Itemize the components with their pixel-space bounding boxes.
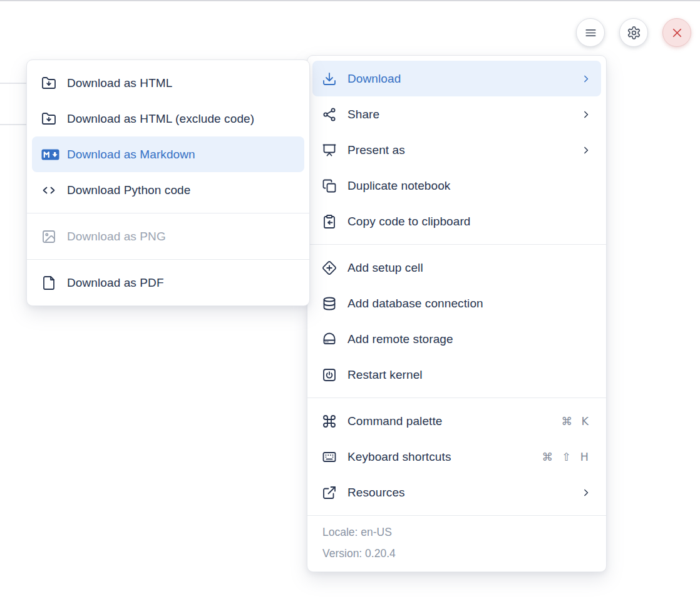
submenu-item-download-as-png: Download as PNG (32, 218, 304, 254)
floating-toolbar (576, 18, 691, 47)
shortcut-hint: ⌘ ⇧ H (542, 451, 589, 463)
page-underlay-line-1 (0, 83, 26, 84)
duplicate-icon (322, 178, 337, 193)
menu-section: Download as HTMLDownload as HTML (exclud… (27, 60, 309, 213)
chevron-right-icon (580, 73, 592, 85)
menu-section: DownloadSharePresent asDuplicate noteboo… (307, 56, 606, 244)
menu-item-label: Download as Markdown (67, 148, 296, 162)
menu-item-add-remote-storage[interactable]: Add remote storage (312, 321, 601, 357)
keyboard-icon (322, 449, 337, 465)
footer-info-0: Locale: en-US (322, 521, 591, 543)
menu-item-duplicate-notebook[interactable]: Duplicate notebook (312, 168, 601, 203)
download-icon (322, 71, 337, 86)
code-icon (41, 183, 56, 198)
submenu-item-download-as-html-exclude-code[interactable]: Download as HTML (exclude code) (32, 101, 304, 136)
menu-item-label: Add database connection (347, 297, 592, 311)
menu-item-label: Add remote storage (347, 332, 592, 346)
menu-section: Command palette⌘ KKeyboard shortcuts⌘ ⇧ … (307, 398, 606, 515)
close-button[interactable] (662, 18, 691, 47)
menu-item-add-setup-cell[interactable]: Add setup cell (312, 250, 601, 285)
hamburger-icon (584, 26, 598, 40)
menu-item-label: Download as PDF (67, 276, 296, 290)
shortcut-hint: ⌘ K (561, 415, 589, 428)
menu-item-label: Duplicate notebook (347, 179, 592, 193)
menu-item-label: Restart kernel (347, 368, 592, 382)
menu-item-label: Copy code to clipboard (347, 215, 592, 228)
menu-item-label: Keyboard shortcuts (347, 450, 542, 464)
share-icon (322, 107, 337, 122)
submenu-item-download-as-markdown[interactable]: Download as Markdown (32, 136, 304, 172)
menu-section: Download as PDF (27, 260, 309, 305)
file-icon (41, 275, 56, 290)
menu-item-command-palette[interactable]: Command palette⌘ K (312, 403, 601, 439)
menu-item-add-database-connection[interactable]: Add database connection (312, 285, 601, 321)
external-link-icon (322, 485, 337, 500)
power-icon (322, 367, 337, 382)
clipboard-arrow-icon (322, 214, 337, 229)
settings-button[interactable] (619, 18, 648, 47)
submenu-item-download-python-code[interactable]: Download Python code (32, 172, 304, 208)
folder-down-icon (41, 111, 56, 126)
menu-item-label: Download (347, 72, 580, 86)
notebook-actions-menu: DownloadSharePresent asDuplicate noteboo… (307, 55, 607, 572)
markdown-icon (41, 147, 59, 162)
hard-drive-icon (322, 332, 337, 347)
menu-item-restart-kernel[interactable]: Restart kernel (312, 357, 601, 393)
chevron-right-icon (580, 486, 592, 499)
menu-item-share[interactable]: Share (312, 96, 601, 132)
menu-item-label: Resources (347, 486, 580, 500)
database-icon (322, 296, 337, 311)
menu-item-label: Present as (347, 143, 580, 157)
chevron-right-icon (580, 108, 592, 121)
folder-down-icon (41, 76, 56, 91)
menu-item-label: Command palette (347, 414, 561, 428)
diamond-plus-icon (322, 260, 337, 275)
menu-item-label: Download as HTML (exclude code) (67, 112, 296, 126)
gear-icon (627, 26, 641, 40)
close-icon (670, 26, 684, 40)
menu-footer: Locale: en-USVersion: 0.20.4 (307, 515, 606, 572)
chevron-right-icon (580, 144, 592, 157)
menu-item-label: Add setup cell (347, 261, 592, 275)
image-icon (41, 229, 56, 244)
footer-info-1: Version: 0.20.4 (322, 543, 591, 564)
menu-section: Download as PNG (27, 213, 309, 259)
menu-item-label: Download as PNG (67, 230, 296, 244)
menu-item-resources[interactable]: Resources (312, 475, 601, 510)
menu-item-label: Download as HTML (67, 76, 296, 90)
menu-item-keyboard-shortcuts[interactable]: Keyboard shortcuts⌘ ⇧ H (312, 439, 601, 475)
command-icon (322, 414, 337, 429)
menu-item-copy-code-to-clipboard[interactable]: Copy code to clipboard (312, 203, 601, 239)
menu-item-label: Share (347, 108, 580, 121)
menu-section: Add setup cellAdd database connectionAdd… (307, 245, 606, 398)
download-submenu: Download as HTMLDownload as HTML (exclud… (26, 59, 310, 306)
presentation-icon (322, 143, 337, 158)
menu-item-label: Download Python code (67, 183, 296, 197)
menu-button[interactable] (576, 18, 605, 47)
menu-item-download[interactable]: Download (312, 61, 601, 96)
page-underlay-line-2 (0, 124, 26, 125)
submenu-item-download-as-pdf[interactable]: Download as PDF (32, 265, 304, 300)
window-top-border (0, 0, 700, 1)
submenu-item-download-as-html[interactable]: Download as HTML (32, 65, 304, 101)
menu-item-present-as[interactable]: Present as (312, 132, 601, 168)
